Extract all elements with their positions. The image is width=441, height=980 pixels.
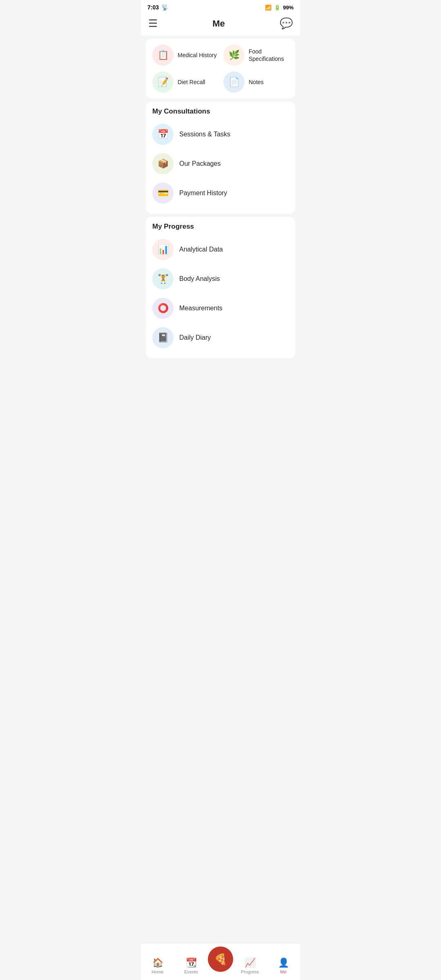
sessions-tasks-item[interactable]: 📅 Sessions & Tasks: [152, 120, 289, 149]
my-consultations-section: My Consultations 📅 Sessions & Tasks 📦 Ou…: [146, 102, 295, 214]
chat-icon[interactable]: 💬: [280, 17, 293, 30]
signal-icons: 📡: [161, 4, 168, 11]
body-analysis-item[interactable]: 🏋️ Body Analysis: [152, 264, 289, 294]
medical-history-label: Medical History: [178, 51, 217, 59]
menu-icon[interactable]: ☰: [148, 17, 158, 30]
wifi-icon: 📶: [265, 4, 272, 11]
notes-icon: 📄: [223, 71, 245, 93]
my-profile-section: 📋 Medical History 🌿 Food Specifications …: [146, 39, 295, 98]
battery-icon: 🔋: [274, 4, 281, 11]
daily-diary-item[interactable]: 📓 Daily Diary: [152, 323, 289, 352]
our-packages-item[interactable]: 📦 Our Packages: [152, 149, 289, 178]
progress-title: My Progress: [152, 223, 289, 231]
diet-recall-item[interactable]: 📝 Diet Recall: [152, 71, 218, 93]
profile-grid: 📋 Medical History 🌿 Food Specifications …: [152, 45, 289, 93]
daily-diary-icon: 📓: [152, 327, 174, 348]
our-packages-label: Our Packages: [179, 160, 220, 167]
medical-history-item[interactable]: 📋 Medical History: [152, 45, 218, 66]
page-title: Me: [212, 18, 225, 29]
medical-history-icon: 📋: [152, 45, 174, 66]
analytical-data-item[interactable]: 📊 Analytical Data: [152, 235, 289, 264]
food-specifications-label: Food Specifications: [249, 48, 289, 62]
payment-history-label: Payment History: [179, 189, 227, 197]
status-bar: 7:03 📡 📶 🔋 99%: [141, 0, 300, 13]
payment-history-icon: 💳: [152, 183, 174, 204]
body-analysis-icon: 🏋️: [152, 268, 174, 290]
header: ☰ Me 💬: [141, 13, 300, 36]
measurements-label: Measurements: [179, 305, 223, 312]
daily-diary-label: Daily Diary: [179, 334, 211, 341]
my-progress-section: My Progress 📊 Analytical Data 🏋️ Body An…: [146, 217, 295, 358]
diet-recall-icon: 📝: [152, 71, 174, 93]
food-specifications-item[interactable]: 🌿 Food Specifications: [223, 45, 289, 66]
notes-label: Notes: [249, 78, 264, 86]
sessions-tasks-label: Sessions & Tasks: [179, 131, 230, 138]
battery-level: 99%: [283, 4, 294, 11]
time: 7:03: [147, 4, 159, 11]
food-specifications-icon: 🌿: [223, 45, 245, 66]
consultations-title: My Consultations: [152, 107, 289, 116]
diet-recall-label: Diet Recall: [178, 78, 205, 86]
measurements-icon: ⭕: [152, 298, 174, 319]
sessions-tasks-icon: 📅: [152, 124, 174, 145]
analytical-data-icon: 📊: [152, 239, 174, 260]
payment-history-item[interactable]: 💳 Payment History: [152, 178, 289, 208]
analytical-data-label: Analytical Data: [179, 246, 223, 253]
body-analysis-label: Body Analysis: [179, 275, 220, 283]
measurements-item[interactable]: ⭕ Measurements: [152, 294, 289, 323]
our-packages-icon: 📦: [152, 153, 174, 174]
notes-item[interactable]: 📄 Notes: [223, 71, 289, 93]
